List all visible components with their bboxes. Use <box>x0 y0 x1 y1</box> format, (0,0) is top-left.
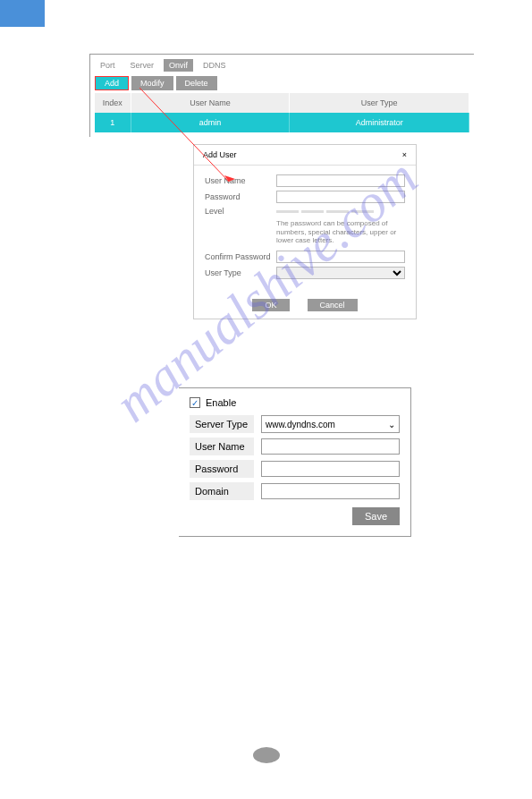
tab-port[interactable]: Port <box>95 59 121 72</box>
action-buttons: Add Modify Delete <box>95 76 469 90</box>
add-user-dialog: Add User × User Name Password Level <box>193 144 417 319</box>
label-server-type: Server Type <box>190 415 254 433</box>
tab-onvif[interactable]: Onvif <box>164 59 193 72</box>
ddns-password-field[interactable] <box>261 461 400 477</box>
th-usertype: User Type <box>290 93 469 113</box>
tabs-bar: Port Server Onvif DDNS <box>95 59 469 72</box>
save-button[interactable]: Save <box>352 507 400 525</box>
modify-button[interactable]: Modify <box>131 76 173 90</box>
add-button[interactable]: Add <box>95 76 129 90</box>
cell-username: admin <box>131 113 290 132</box>
page-number <box>253 747 280 763</box>
ddns-domain-field[interactable] <box>261 483 400 499</box>
label-ddns-domain: Domain <box>190 482 254 500</box>
label-usertype: User Type <box>205 268 276 277</box>
dialog-title: Add User <box>203 150 237 159</box>
ddns-form-section: ✓ Enable Server Type www.dyndns.com ⌄ Us… <box>179 387 411 537</box>
th-username: User Name <box>131 93 290 113</box>
confirm-password-field[interactable] <box>276 251 405 263</box>
ddns-username-field[interactable] <box>261 438 400 455</box>
table-row[interactable]: 1 admin Administrator <box>95 113 469 132</box>
password-hint: The password can be composed of numbers,… <box>276 219 405 245</box>
close-icon[interactable]: × <box>402 150 407 159</box>
label-level: Level <box>205 207 276 216</box>
cancel-button[interactable]: Cancel <box>308 299 358 311</box>
enable-checkbox[interactable]: ✓ <box>190 397 200 408</box>
tab-ddns[interactable]: DDNS <box>198 59 232 72</box>
label-ddns-username: User Name <box>190 438 254 455</box>
level-indicator <box>276 210 374 213</box>
label-confirm: Confirm Password <box>205 252 276 261</box>
cell-index: 1 <box>95 113 131 132</box>
label-username: User Name <box>205 176 276 185</box>
user-table: Index User Name User Type 1 admin Admini… <box>95 93 469 132</box>
username-field[interactable] <box>276 174 405 187</box>
delete-button[interactable]: Delete <box>176 76 217 90</box>
tab-server[interactable]: Server <box>125 59 160 72</box>
usertype-select[interactable] <box>276 267 405 279</box>
chevron-down-icon: ⌄ <box>388 420 395 429</box>
header-accent <box>0 0 45 27</box>
password-field[interactable] <box>276 191 405 203</box>
label-ddns-password: Password <box>190 460 254 478</box>
th-index: Index <box>95 93 131 113</box>
server-type-select[interactable]: www.dyndns.com ⌄ <box>261 415 400 433</box>
enable-label: Enable <box>206 397 236 408</box>
onvif-user-section: Port Server Onvif DDNS Add Modify Delete… <box>89 54 474 137</box>
ok-button[interactable]: OK <box>252 299 289 311</box>
server-type-value: www.dyndns.com <box>266 420 335 429</box>
cell-usertype: Administrator <box>290 113 469 132</box>
label-password: Password <box>205 192 276 201</box>
